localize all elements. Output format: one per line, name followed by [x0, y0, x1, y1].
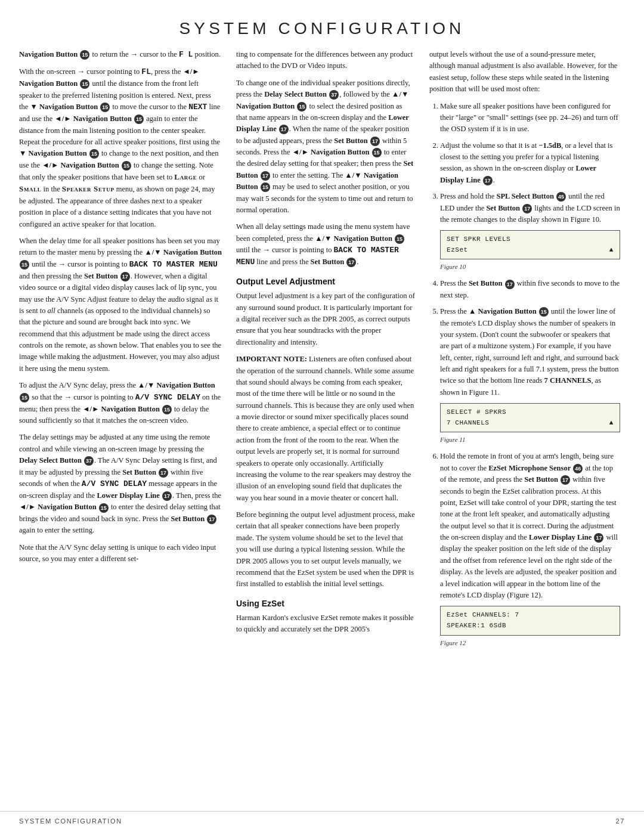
button-17-icon: 17	[279, 125, 289, 134]
left-para-2: With the on-screen → cursor pointing to …	[19, 66, 222, 230]
page-container: SYSTEM CONFIGURATION Navigation Button 1…	[0, 0, 644, 833]
left-para-5: The delay settings may be adjusted at an…	[19, 432, 222, 536]
button-15-icon: 15	[100, 103, 110, 112]
button-15-icon: 15	[134, 114, 144, 124]
button-17-icon: 17	[594, 533, 603, 543]
step-1: Make sure all speaker positions have bee…	[440, 101, 620, 135]
button-17-icon: 17	[370, 137, 380, 146]
right-column: output levels without the use of a sound…	[429, 49, 620, 654]
right-intro: output levels without the use of a sound…	[429, 49, 620, 95]
mid-para-2: To change one of the individual speaker …	[236, 78, 415, 216]
button-15-icon: 15	[372, 148, 382, 157]
output-level-para-1: Output level adjustment is a key part of…	[236, 290, 415, 348]
button-37-icon: 37	[84, 456, 94, 466]
button-45-icon: 45	[556, 192, 566, 202]
button-17-icon: 17	[261, 171, 270, 181]
page-footer: SYSTEM CONFIGURATION 27	[0, 811, 644, 833]
button-15-icon: 15	[122, 161, 131, 171]
output-level-para-3: Before beginning the output level adjust…	[236, 509, 415, 590]
mid-para-1: ting to compensate for the differences b…	[236, 49, 415, 72]
button-17-icon: 17	[483, 176, 493, 185]
figure-12-label: Figure 12	[440, 638, 620, 648]
steps-list: Make sure all speaker positions have bee…	[429, 101, 620, 648]
button-15-icon: 15	[539, 307, 549, 317]
seconds-label: seconds	[236, 148, 260, 156]
lcd-line-1: SET SPKR LEVELS	[447, 234, 614, 245]
lcd-line-1: EzSet CHANNELS: 7	[447, 610, 614, 621]
button-15-icon: 15	[80, 79, 89, 89]
output-level-heading: Output Level Adjustment	[236, 277, 415, 286]
figure-11-lcd: SELECT # SPKRS 7 CHANNELS ▲	[440, 403, 620, 432]
ezset-para-1: Harman Kardon's exclusive EzSet remote m…	[236, 612, 415, 636]
ezset-heading: Using EzSet	[236, 599, 415, 608]
footer-page-number: 27	[615, 817, 625, 825]
step-3: Press and hold the SPL Select Button 45 …	[440, 191, 620, 272]
button-17-icon: 17	[120, 272, 130, 281]
button-15-icon: 15	[261, 182, 270, 192]
figure-10-label: Figure 10	[440, 262, 620, 272]
step-4: Press the Set Button 17 within five seco…	[440, 278, 620, 301]
button-37-icon: 37	[329, 90, 339, 100]
lcd-line-2: SPEAKER:1 6SdB	[447, 621, 614, 631]
button-15-icon: 15	[80, 50, 89, 60]
mid-para-3: When all delay settings made using the m…	[236, 221, 415, 268]
button-17-icon: 17	[522, 204, 532, 213]
button-17-icon: 17	[207, 515, 216, 524]
lcd-line-2: 7 CHANNELS ▲	[447, 418, 614, 429]
left-para-4: To adjust the A/V Sync delay, press the …	[19, 380, 222, 426]
button-15-icon: 15	[20, 393, 29, 402]
button-15-icon: 15	[162, 405, 172, 414]
step-2: Adjust the volume so that it is at −1.5d…	[440, 140, 620, 187]
left-para-3: When the delay time for all speaker posi…	[19, 236, 222, 374]
figure-12-lcd: EzSet CHANNELS: 7 SPEAKER:1 6SdB	[440, 606, 620, 635]
button-15-icon: 15	[20, 260, 29, 270]
lcd-line-1: SELECT # SPKRS	[447, 407, 614, 418]
left-para-6: Note that the A/V Sync delay setting is …	[19, 542, 222, 565]
lcd-line-2: EzSet ▲	[447, 245, 614, 256]
button-46-icon: 46	[573, 464, 583, 473]
page-header: SYSTEM CONFIGURATION	[0, 0, 644, 49]
button-17-icon: 17	[346, 258, 356, 267]
button-17-icon: 17	[159, 468, 168, 478]
button-15-icon: 15	[89, 149, 99, 159]
figure-10-lcd: SET SPKR LEVELS EzSet ▲	[440, 230, 620, 259]
content-area: Navigation Button 15 to return the → cur…	[0, 49, 644, 654]
footer-left-label: SYSTEM CONFIGURATION	[19, 817, 122, 825]
button-17-icon: 17	[162, 491, 172, 501]
output-level-para-2: IMPORTANT NOTE: Listeners are often conf…	[236, 354, 415, 504]
mid-column: ting to compensate for the differences b…	[236, 49, 415, 654]
step-6: Hold the remote in front of you at arm's…	[440, 451, 620, 648]
button-15-icon: 15	[297, 102, 306, 112]
button-17-icon: 17	[561, 475, 570, 485]
step-5: Press the ▲ Navigation Button 15 until t…	[440, 306, 620, 445]
figure-11-label: Figure 11	[440, 435, 620, 445]
left-column: Navigation Button 15 to return the → cur…	[19, 49, 222, 654]
button-17-icon: 17	[505, 280, 515, 289]
button-15-icon: 15	[395, 234, 404, 244]
left-para-1: Navigation Button 15 to return the → cur…	[19, 49, 222, 61]
page-title: SYSTEM CONFIGURATION	[0, 19, 644, 38]
button-15-icon: 15	[99, 503, 109, 513]
